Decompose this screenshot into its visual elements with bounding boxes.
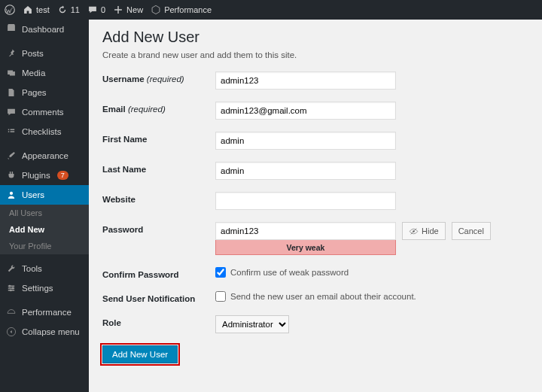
sidebar-label: Plugins [22,171,50,180]
lastname-input[interactable] [215,162,396,180]
admin-toolbar: test 11 0 New Performance [0,0,542,20]
updates-count: 11 [71,5,80,14]
sidebar-label: Media [22,68,45,77]
site-name: test [36,5,50,14]
plug-icon [6,170,17,181]
sliders-icon [6,283,17,293]
collapse-icon [6,327,17,337]
gauge-icon [6,307,17,318]
dashboard-icon [6,24,17,35]
sidebar-label: Collapse menu [22,327,80,336]
comment-icon [6,107,17,117]
sidebar-item-media[interactable]: Media [0,63,89,83]
home-icon [23,5,33,15]
email-label: Email (required) [102,102,215,114]
sidebar-label: Posts [22,49,44,58]
confirm-weak-text: Confirm use of weak password [230,268,349,277]
comments-link[interactable]: 0 [87,5,105,15]
notification-label: Send User Notification [102,291,215,303]
svg-point-5 [10,289,12,291]
wp-logo[interactable] [5,5,15,15]
media-icon [6,68,17,78]
cancel-button[interactable]: Cancel [452,222,491,240]
website-input[interactable] [215,192,396,210]
page-icon [6,87,17,98]
comments-count: 0 [101,5,105,14]
submenu-all-users[interactable]: All Users [0,205,89,221]
sidebar-item-users[interactable]: Users [0,185,89,205]
user-icon [6,190,17,200]
notification-checkbox[interactable] [215,291,226,302]
sidebar-collapse[interactable]: Collapse menu [0,322,89,342]
admin-sidebar: Dashboard Posts Media Pages Comments Che… [0,20,89,392]
username-input[interactable] [215,71,396,90]
svg-point-3 [9,285,11,287]
sidebar-item-settings[interactable]: Settings [0,278,89,298]
website-label: Website [102,192,215,204]
sidebar-item-dashboard[interactable]: Dashboard [0,20,89,39]
sidebar-item-performance[interactable]: Performance [0,302,89,322]
new-link[interactable]: New [113,5,143,15]
role-label: Role [102,315,215,327]
firstname-input[interactable] [215,132,396,150]
new-label: New [126,5,143,14]
wordpress-icon [5,5,15,15]
submenu-add-new[interactable]: Add New [0,221,89,238]
site-link[interactable]: test [23,5,50,15]
refresh-icon [57,5,68,15]
confirm-weak-checkbox[interactable] [215,267,226,278]
password-strength: Very weak [215,240,396,255]
cube-icon [151,5,161,15]
sidebar-label: Tools [22,264,42,273]
sidebar-label: Comments [22,108,64,117]
brush-icon [6,150,17,161]
hide-button[interactable]: Hide [402,222,446,240]
firstname-label: First Name [102,132,215,144]
sidebar-label: Appearance [22,151,69,160]
sidebar-label: Settings [22,284,53,293]
username-label: Username (required) [102,71,215,84]
performance-label: Performance [164,5,212,14]
password-input[interactable] [215,222,396,240]
eye-off-icon [409,226,419,236]
sidebar-item-tools[interactable]: Tools [0,259,89,278]
sidebar-item-plugins[interactable]: Plugins7 [0,166,89,185]
checklist-icon [6,126,17,137]
sidebar-item-posts[interactable]: Posts [0,44,89,63]
submenu-profile[interactable]: Your Profile [0,238,89,254]
password-label: Password [102,222,215,234]
sidebar-label: Performance [22,308,72,317]
add-user-button[interactable]: Add New User [102,345,178,363]
sidebar-label: Checklists [22,127,61,136]
sidebar-item-appearance[interactable]: Appearance [0,146,89,166]
pin-icon [6,48,17,59]
comment-icon [87,5,98,15]
plus-icon [113,5,123,15]
page-title: Add New User [102,29,528,46]
main-content: Add New User Create a brand new user and… [89,20,542,392]
sidebar-item-comments[interactable]: Comments [0,102,89,122]
role-select[interactable]: Administrator [215,315,289,333]
sidebar-label: Dashboard [22,25,64,34]
svg-point-1 [11,29,13,31]
sidebar-label: Pages [22,88,47,97]
sidebar-label: Users [22,190,44,199]
notification-text: Send the new user an email about their a… [230,292,416,301]
sidebar-item-checklists[interactable]: Checklists [0,122,89,141]
lastname-label: Last Name [102,162,215,174]
performance-link[interactable]: Performance [151,5,212,15]
plugins-badge: 7 [57,171,69,180]
confirm-password-label: Confirm Password [102,267,215,279]
svg-point-4 [12,287,14,290]
svg-point-2 [10,192,13,195]
email-input[interactable] [215,102,396,120]
updates-link[interactable]: 11 [57,5,80,15]
wrench-icon [6,263,17,274]
sidebar-item-pages[interactable]: Pages [0,83,89,102]
page-description: Create a brand new user and add them to … [102,50,528,59]
